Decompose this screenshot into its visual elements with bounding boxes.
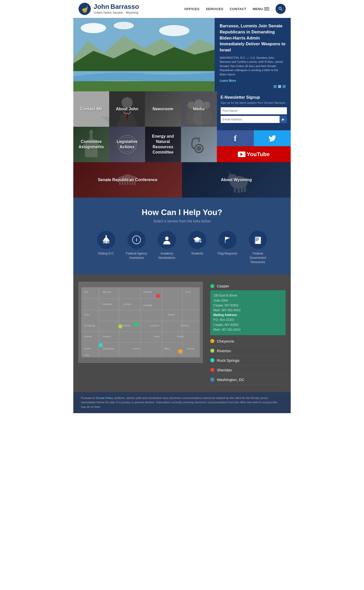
svg-rect-71 — [225, 237, 225, 243]
tile-senate-republican-visible[interactable]: Senate Republican Conference — [73, 162, 182, 198]
help-section: How Can I Help You? Select a service fro… — [73, 198, 291, 274]
svg-point-8 — [87, 6, 87, 8]
svg-rect-64 — [108, 241, 109, 243]
svg-rect-4 — [85, 11, 86, 13]
office-washington-dc[interactable]: Washington, DC — [210, 375, 286, 385]
facebook-button[interactable]: f — [217, 130, 254, 146]
casper-address: 100 East B Street Suite 2004 Casper, WY … — [213, 293, 283, 332]
tile-legislative-actions[interactable]: UNITED STATES SENATE Legislative Actions — [109, 127, 145, 162]
tile-energy-label: Energy and Natural Resources Committee — [145, 133, 181, 156]
office-rock-springs[interactable]: Rock Springs — [210, 356, 286, 365]
academy-label: Academy Nominations — [154, 251, 179, 260]
office-cheyenne[interactable]: Cheyenne — [210, 336, 286, 346]
offices-list: Casper 100 East B Street Suite 2004 Casp… — [210, 282, 286, 385]
tile-about-wyoming-visible[interactable]: About Wyoming — [182, 162, 291, 198]
svg-text:Goshen: Goshen — [177, 335, 185, 338]
tile-contact-me[interactable]: Contact Me — [73, 91, 109, 127]
help-item-flags[interactable]: Flag Requests — [215, 231, 240, 264]
office-sheridan[interactable]: Sheridan — [210, 365, 286, 375]
svg-text:Laramie: Laramie — [186, 347, 194, 350]
svg-text:Washakie: Washakie — [103, 303, 112, 305]
newsletter-subtitle: Sign up for the latest updates from Sena… — [221, 101, 287, 105]
map-container: Park Big Horn Sheridan Crook Campbell Wa… — [78, 282, 203, 364]
nav-services[interactable]: SERVICES — [206, 7, 223, 11]
carousel-dot-3[interactable] — [283, 85, 286, 88]
tile-newsroom[interactable]: Newsroom — [145, 91, 181, 127]
svg-text:Carbon: Carbon — [132, 347, 140, 350]
svg-text:Teton: Teton — [84, 314, 89, 316]
svg-marker-58 — [103, 236, 110, 241]
logo-area[interactable]: John Barrasso United States Senator · Wy… — [78, 3, 139, 15]
tile-about-john[interactable]: About John — [109, 91, 145, 127]
svg-rect-15 — [73, 81, 215, 91]
hero-landscape-image — [73, 18, 215, 91]
flag-icon — [223, 235, 232, 244]
carousel-dot-2[interactable] — [278, 85, 281, 88]
svg-text:Hot Springs: Hot Springs — [84, 324, 95, 327]
svg-text:Niobrara: Niobrara — [181, 324, 189, 327]
svg-point-10 — [81, 23, 106, 33]
twitter-icon — [268, 134, 276, 142]
learn-more-link[interactable]: Learn More — [220, 79, 286, 82]
search-button[interactable] — [276, 4, 286, 14]
youtube-text: YouTube — [247, 151, 270, 158]
map-dot-riverton[interactable] — [118, 324, 123, 329]
svg-text:Park: Park — [84, 291, 88, 293]
office-casper-header[interactable]: Casper — [210, 282, 286, 290]
flags-label: Flag Requests — [218, 251, 237, 256]
map-dot-cheyenne[interactable] — [178, 349, 183, 354]
svg-text:Albany: Albany — [164, 347, 170, 350]
help-item-visiting-dc[interactable]: Visiting D.C. — [94, 231, 119, 264]
office-riverton[interactable]: Riverton — [210, 346, 286, 356]
svg-point-12 — [159, 25, 190, 36]
help-title: How Can I Help You? — [78, 208, 286, 217]
tile-committee-assignments[interactable]: Committee Assignments — [73, 127, 109, 162]
cheyenne-name: Cheyenne — [217, 339, 234, 343]
newsletter-submit-button[interactable]: ▶ — [280, 116, 287, 123]
tile-health[interactable] — [181, 127, 217, 162]
wyoming-map: Park Big Horn Sheridan Crook Campbell Wa… — [78, 282, 203, 363]
youtube-button[interactable]: YouTube — [217, 146, 291, 162]
newsletter-firstname-input[interactable] — [221, 107, 287, 114]
help-item-federal-agency[interactable]: i Federal Agency Assistance — [124, 231, 149, 264]
book-icon — [253, 235, 262, 244]
nav-menu[interactable]: MENU — [253, 7, 269, 11]
svg-point-67 — [165, 237, 169, 240]
resources-circle — [249, 231, 267, 249]
hero-section: Barrasso, Lummis Join Senate Republicans… — [73, 18, 291, 91]
senator-first-name: John — [94, 3, 109, 11]
svg-text:i: i — [136, 237, 137, 242]
nav-offices[interactable]: OFFICES — [184, 7, 199, 11]
svg-rect-63 — [107, 241, 107, 243]
help-item-resources[interactable]: Federal Government Resources — [245, 231, 270, 264]
newsletter-email-input[interactable] — [221, 116, 280, 123]
svg-text:Converse: Converse — [150, 324, 159, 327]
svg-text:Uinta: Uinta — [84, 354, 89, 357]
tile-media[interactable]: Media — [181, 91, 217, 127]
unsubscribe-link[interactable]: here — [95, 405, 100, 408]
newsletter-title: E-Newsletter Signup — [221, 95, 287, 100]
tile-contact-me-label: Contact Me — [79, 105, 103, 113]
map-dot-sheridan[interactable] — [156, 294, 160, 298]
federal-agency-label: Federal Agency Assistance — [124, 251, 149, 260]
svg-rect-5 — [86, 11, 87, 13]
graduation-icon — [193, 235, 202, 244]
facebook-icon: f — [234, 134, 237, 143]
casper-dot — [210, 284, 214, 288]
carousel-dot-1[interactable] — [274, 85, 277, 88]
svg-marker-72 — [225, 237, 230, 240]
tile-energy-committee[interactable]: Energy and Natural Resources Committee — [145, 127, 181, 162]
twitter-button[interactable] — [254, 130, 291, 146]
newsletter-box: E-Newsletter Signup Sign up for the late… — [217, 91, 291, 130]
site-header: John Barrasso United States Senator · Wy… — [73, 0, 291, 18]
hamburger-icon — [264, 7, 269, 10]
map-dot-rock-springs[interactable] — [99, 343, 103, 347]
help-item-academy[interactable]: Academy Nominations — [154, 231, 179, 264]
site-footer: Pursuant to Senate Policy, petitions, op… — [73, 392, 291, 413]
federal-agency-circle: i — [127, 231, 146, 249]
help-item-students[interactable]: Students — [185, 231, 210, 264]
senate-policy-link[interactable]: Senate Policy — [96, 396, 112, 399]
map-dot-casper[interactable] — [134, 322, 139, 327]
svg-point-60 — [105, 235, 107, 236]
nav-contact[interactable]: CONTACT — [230, 7, 246, 11]
